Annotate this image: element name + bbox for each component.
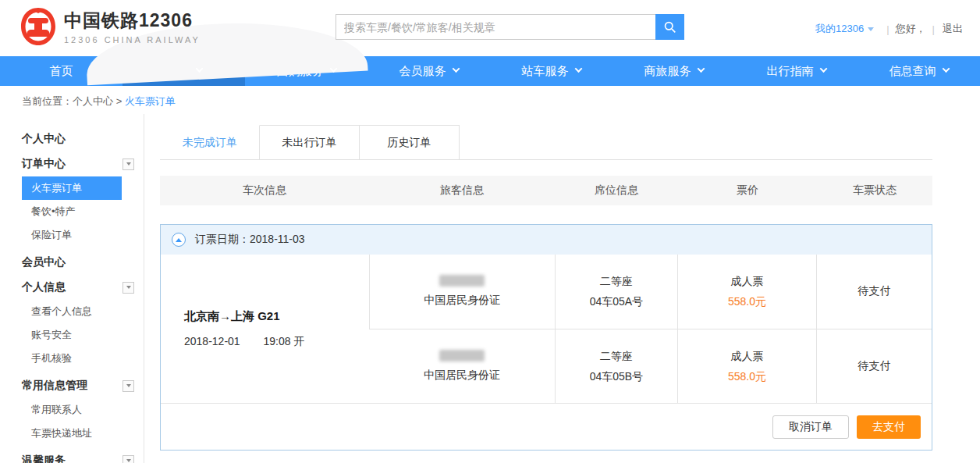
sidebar-item-view-personal-info[interactable]: 查看个人信息 — [22, 300, 122, 323]
sidebar-item-frequent-contacts[interactable]: 常用联系人 — [22, 398, 122, 422]
nav-label: 信息查询 — [889, 64, 936, 79]
sidebar-item-personal-info[interactable]: 个人信息 — [22, 275, 139, 300]
order-actions: 取消订单 去支付 — [161, 403, 932, 450]
logo-subtitle: 12306 CHINA RAILWAY — [64, 35, 201, 45]
divider: | — [932, 23, 935, 35]
order-date-bar: 订票日期：2018-11-03 — [161, 225, 932, 255]
train-departure: 2018-12-01 19:08 开 — [184, 335, 369, 349]
nav-label: 首页 — [50, 64, 73, 79]
sidebar-item-order-center[interactable]: 订单中心 — [22, 151, 139, 176]
breadcrumb-current[interactable]: 火车票订单 — [125, 95, 176, 107]
search-box — [336, 14, 684, 40]
order-table-header: 车次信息 旅客信息 席位信息 票价 车票状态 — [160, 176, 932, 205]
collapse-toggle-icon[interactable] — [123, 455, 134, 463]
nav-item-business-travel[interactable]: 商旅服务 — [612, 56, 735, 86]
price-cell: 成人票 558.0元 — [678, 255, 817, 329]
chevron-down-icon — [819, 65, 827, 73]
sidebar-item-phone-verification[interactable]: 手机核验 — [22, 347, 122, 370]
nav-item-membership[interactable]: 会员服务 — [368, 56, 490, 86]
search-input[interactable] — [336, 14, 655, 40]
my-12306-link[interactable]: 我的12306 — [815, 22, 864, 36]
seat-class: 二等座 — [556, 346, 678, 366]
depart-time: 19:08 开 — [264, 335, 305, 347]
tab-unfinished-orders[interactable]: 未完成订单 — [160, 125, 260, 159]
breadcrumb-parent: 个人中心 — [73, 95, 113, 107]
sidebar-item-warm-services[interactable]: 温馨服务 — [22, 448, 139, 463]
seat-class: 二等座 — [556, 271, 678, 291]
sidebar-item-label: 保险订单 — [31, 228, 72, 242]
column-header-status: 车票状态 — [817, 183, 932, 198]
sidebar-item-common-info-management[interactable]: 常用信息管理 — [22, 373, 139, 398]
column-header-train: 车次信息 — [160, 183, 369, 198]
sidebar-item-label: 温馨服务 — [22, 454, 66, 463]
nav-item-travel-guide[interactable]: 出行指南 — [735, 56, 858, 86]
sidebar-item-label: 个人信息 — [22, 280, 66, 294]
breadcrumb-prefix: 当前位置： — [22, 95, 73, 107]
collapse-order-icon[interactable] — [172, 233, 186, 247]
railway-logo-icon — [19, 7, 58, 46]
nav-label: 会员服务 — [399, 64, 446, 79]
cancel-order-button[interactable]: 取消订单 — [772, 415, 849, 439]
chevron-down-icon — [942, 65, 950, 73]
tab-history-orders[interactable]: 历史订单 — [360, 125, 460, 159]
passenger-name-redacted — [439, 350, 485, 361]
chevron-down-icon — [452, 65, 460, 73]
nav-label: 站车服务 — [522, 64, 569, 79]
passenger-cell: 中国居民身份证 — [370, 329, 556, 403]
sidebar-item-label: 订单中心 — [22, 157, 66, 171]
collapse-toggle-icon[interactable] — [123, 158, 134, 170]
breadcrumb: 当前位置：个人中心 > 火车票订单 — [0, 86, 980, 114]
sidebar-item-insurance-orders[interactable]: 保险订单 — [22, 223, 122, 247]
sidebar-item-label: 车票快递地址 — [31, 426, 92, 440]
site-logo[interactable]: 中国铁路12306 12306 CHINA RAILWAY — [19, 7, 201, 46]
search-button[interactable] — [655, 14, 684, 40]
nav-label: 商旅服务 — [644, 64, 691, 79]
logout-link[interactable]: 退出 — [943, 22, 963, 36]
sidebar-item-member-center[interactable]: 会员中心 — [22, 250, 139, 275]
collapse-toggle-icon[interactable] — [123, 282, 134, 294]
order-date-label: 订票日期：2018-11-03 — [195, 233, 305, 247]
logo-title: 中国铁路12306 — [64, 9, 201, 33]
sidebar-item-label: 会员中心 — [22, 255, 66, 269]
depart-date: 2018-12-01 — [184, 335, 240, 347]
status-cell: 待支付 — [816, 329, 932, 403]
column-header-passenger: 旅客信息 — [369, 183, 555, 198]
user-links: 我的12306 | 您好， | 退出 — [815, 22, 963, 36]
chevron-down-icon — [697, 65, 705, 73]
order-card: 订票日期：2018-11-03 北京南→上海 G21 2018-12-01 19… — [160, 224, 932, 451]
passenger-cell: 中国居民身份证 — [370, 255, 556, 329]
sidebar-item-train-orders[interactable]: 火车票订单 — [22, 176, 122, 200]
sidebar-item-delivery-address[interactable]: 车票快递地址 — [22, 422, 122, 445]
main-content: 未完成订单 未出行订单 历史订单 车次信息 旅客信息 席位信息 票价 车票状态 … — [144, 114, 980, 463]
search-icon — [663, 20, 676, 34]
order-tabs: 未完成订单 未出行订单 历史订单 — [160, 125, 932, 160]
id-type: 中国居民身份证 — [370, 369, 555, 383]
tab-upcoming-orders[interactable]: 未出行订单 — [260, 125, 360, 159]
sidebar-item-label: 火车票订单 — [31, 181, 82, 195]
column-header-price: 票价 — [678, 183, 817, 198]
collapse-toggle-icon[interactable] — [123, 380, 134, 392]
passenger-name-redacted — [439, 275, 485, 287]
sidebar-item-dining-specialty[interactable]: 餐饮•特产 — [22, 200, 122, 223]
sidebar-item-personal-center[interactable]: 个人中心 — [22, 126, 139, 151]
nav-item-info-query[interactable]: 信息查询 — [858, 56, 980, 86]
nav-item-station-services[interactable]: 站车服务 — [490, 56, 612, 86]
divider: | — [886, 23, 889, 35]
sidebar-item-label: 账号安全 — [31, 328, 72, 342]
breadcrumb-arrow: > — [116, 95, 123, 107]
train-route: 北京南→上海 G21 — [184, 309, 369, 324]
sidebar-item-label: 常用联系人 — [31, 403, 82, 417]
ticket-type: 成人票 — [678, 346, 816, 366]
sidebar-item-label: 常用信息管理 — [22, 379, 87, 393]
train-info-cell: 北京南→上海 G21 2018-12-01 19:08 开 — [161, 255, 370, 403]
id-type: 中国居民身份证 — [370, 294, 555, 308]
sidebar-item-account-security[interactable]: 账号安全 — [22, 323, 122, 347]
sidebar-item-label: 餐饮•特产 — [31, 205, 76, 219]
go-pay-button[interactable]: 去支付 — [857, 415, 921, 439]
price-cell: 成人票 558.0元 — [678, 329, 817, 403]
ticket-type: 成人票 — [678, 271, 816, 291]
sidebar-item-label: 查看个人信息 — [31, 305, 92, 319]
sidebar-item-label: 手机核验 — [31, 351, 72, 365]
ticket-price: 558.0元 — [678, 291, 816, 312]
seat-cell: 二等座 04车05B号 — [555, 329, 678, 403]
